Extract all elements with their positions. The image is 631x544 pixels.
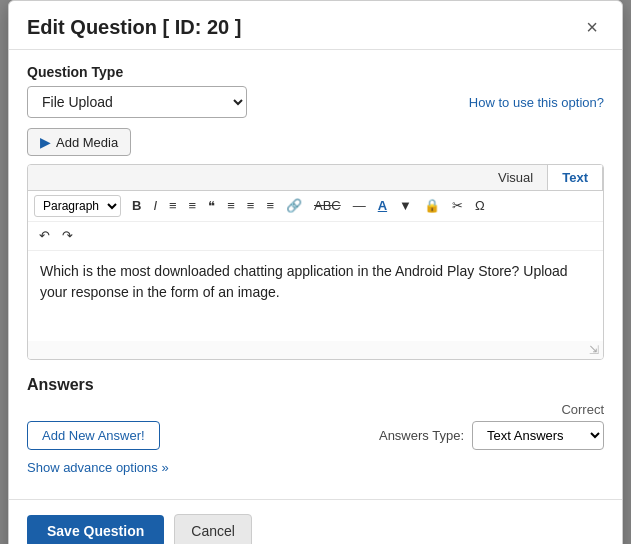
add-answer-button[interactable]: Add New Answer! <box>27 421 160 450</box>
resize-icon: ⇲ <box>589 343 599 357</box>
close-button[interactable]: × <box>580 15 604 39</box>
editor-tabs: Visual Text <box>28 165 603 191</box>
question-type-row: File Upload Multiple Choice True/False S… <box>27 86 604 118</box>
align-right-button[interactable]: ≡ <box>261 195 279 217</box>
align-center-button[interactable]: ≡ <box>242 195 260 217</box>
hr-button[interactable]: — <box>348 195 371 217</box>
dropdown-button[interactable]: ▼ <box>394 195 417 217</box>
answers-controls: Add New Answer! Answers Type: Text Answe… <box>27 421 604 450</box>
answers-header: Answers <box>27 376 604 394</box>
editor-area: Visual Text Paragraph Heading 1 Heading … <box>27 164 604 360</box>
advance-options-link[interactable]: Show advance options » <box>27 460 169 475</box>
answers-type-select[interactable]: Text Answers Image Answers <box>472 421 604 450</box>
undo-redo-toolbar: ↶ ↷ <box>28 222 603 251</box>
media-icon: ▶ <box>40 134 51 150</box>
font-color-button[interactable]: A <box>373 195 392 217</box>
unordered-list-button[interactable]: ≡ <box>164 195 182 217</box>
answers-section: Answers Correct Add New Answer! Answers … <box>27 376 604 450</box>
modal-title: Edit Question [ ID: 20 ] <box>27 16 241 39</box>
add-media-button[interactable]: ▶ Add Media <box>27 128 131 156</box>
ordered-list-button[interactable]: ≡ <box>184 195 202 217</box>
italic-button[interactable]: I <box>148 195 162 217</box>
strikethrough-button[interactable]: ABC <box>309 195 346 217</box>
editor-text: Which is the most downloaded chatting ap… <box>40 263 568 300</box>
blockquote-button[interactable]: ❝ <box>203 195 220 217</box>
omega-button[interactable]: Ω <box>470 195 490 217</box>
editor-content[interactable]: Which is the most downloaded chatting ap… <box>28 251 603 341</box>
cancel-button[interactable]: Cancel <box>174 514 252 544</box>
editor-toolbar: Paragraph Heading 1 Heading 2 Heading 3 … <box>28 191 603 222</box>
paragraph-select[interactable]: Paragraph Heading 1 Heading 2 Heading 3 <box>34 195 121 217</box>
edit-link-button[interactable]: ✂ <box>447 195 468 217</box>
save-question-button[interactable]: Save Question <box>27 515 164 544</box>
tab-visual[interactable]: Visual <box>484 165 547 190</box>
resize-handle: ⇲ <box>28 341 603 359</box>
add-media-label: Add Media <box>56 135 118 150</box>
modal-body: Question Type File Upload Multiple Choic… <box>9 50 622 489</box>
lock-button[interactable]: 🔒 <box>419 195 445 217</box>
answers-type-label: Answers Type: <box>379 428 464 443</box>
undo-button[interactable]: ↶ <box>34 225 55 247</box>
help-link[interactable]: How to use this option? <box>469 95 604 110</box>
tab-text[interactable]: Text <box>547 165 603 190</box>
modal-footer: Save Question Cancel <box>9 499 622 544</box>
edit-question-modal: Edit Question [ ID: 20 ] × Question Type… <box>8 0 623 544</box>
align-left-button[interactable]: ≡ <box>222 195 240 217</box>
modal-header: Edit Question [ ID: 20 ] × <box>9 1 622 50</box>
link-button[interactable]: 🔗 <box>281 195 307 217</box>
question-type-select[interactable]: File Upload Multiple Choice True/False S… <box>27 86 247 118</box>
answers-type-row: Answers Type: Text Answers Image Answers <box>379 421 604 450</box>
question-type-label: Question Type <box>27 64 604 80</box>
correct-label: Correct <box>27 402 604 417</box>
bold-button[interactable]: B <box>127 195 146 217</box>
redo-button[interactable]: ↷ <box>57 225 78 247</box>
